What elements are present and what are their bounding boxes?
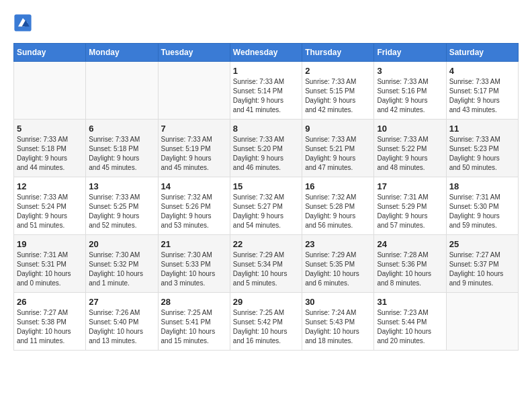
weekday-header-row: SundayMondayTuesdayWednesdayThursdayFrid… [14, 44, 519, 62]
weekday-header: Sunday [14, 44, 86, 62]
day-info: Sunrise: 7:33 AM Sunset: 5:23 PM Dayligh… [449, 135, 515, 173]
day-number: 19 [17, 239, 83, 249]
day-number: 9 [305, 124, 371, 134]
day-number: 30 [305, 297, 371, 307]
day-info: Sunrise: 7:26 AM Sunset: 5:40 PM Dayligh… [89, 308, 154, 346]
calendar-week-row: 12Sunrise: 7:33 AM Sunset: 5:24 PM Dayli… [14, 177, 519, 235]
day-info: Sunrise: 7:23 AM Sunset: 5:44 PM Dayligh… [377, 308, 443, 346]
calendar-cell: 26Sunrise: 7:27 AM Sunset: 5:38 PM Dayli… [14, 293, 86, 351]
day-info: Sunrise: 7:31 AM Sunset: 5:29 PM Dayligh… [377, 193, 443, 230]
day-info: Sunrise: 7:33 AM Sunset: 5:18 PM Dayligh… [17, 135, 83, 173]
day-number: 17 [377, 181, 443, 191]
day-info: Sunrise: 7:32 AM Sunset: 5:27 PM Dayligh… [233, 193, 299, 230]
day-info: Sunrise: 7:32 AM Sunset: 5:26 PM Dayligh… [161, 193, 227, 230]
calendar-cell: 2Sunrise: 7:33 AM Sunset: 5:15 PM Daylig… [302, 62, 374, 120]
day-number: 16 [305, 181, 371, 191]
day-number: 22 [233, 239, 299, 249]
day-number: 7 [161, 124, 227, 134]
day-info: Sunrise: 7:25 AM Sunset: 5:42 PM Dayligh… [233, 308, 299, 346]
calendar-cell: 19Sunrise: 7:31 AM Sunset: 5:31 PM Dayli… [14, 235, 86, 293]
day-info: Sunrise: 7:33 AM Sunset: 5:25 PM Dayligh… [89, 193, 154, 230]
day-info: Sunrise: 7:33 AM Sunset: 5:20 PM Dayligh… [233, 135, 299, 173]
calendar-week-row: 5Sunrise: 7:33 AM Sunset: 5:18 PM Daylig… [14, 120, 519, 177]
calendar-cell: 6Sunrise: 7:33 AM Sunset: 5:18 PM Daylig… [86, 120, 158, 177]
calendar-cell: 20Sunrise: 7:30 AM Sunset: 5:32 PM Dayli… [86, 235, 158, 293]
calendar-cell: 27Sunrise: 7:26 AM Sunset: 5:40 PM Dayli… [86, 293, 158, 351]
day-info: Sunrise: 7:33 AM Sunset: 5:18 PM Dayligh… [89, 135, 154, 173]
calendar-cell: 31Sunrise: 7:23 AM Sunset: 5:44 PM Dayli… [374, 293, 446, 351]
day-number: 26 [17, 297, 83, 307]
weekday-header: Wednesday [230, 44, 302, 62]
day-info: Sunrise: 7:29 AM Sunset: 5:34 PM Dayligh… [233, 250, 299, 288]
day-info: Sunrise: 7:29 AM Sunset: 5:35 PM Dayligh… [305, 250, 371, 288]
day-info: Sunrise: 7:33 AM Sunset: 5:15 PM Dayligh… [305, 77, 371, 115]
day-number: 27 [89, 297, 154, 307]
day-info: Sunrise: 7:27 AM Sunset: 5:37 PM Dayligh… [449, 250, 515, 288]
day-info: Sunrise: 7:32 AM Sunset: 5:28 PM Dayligh… [305, 193, 371, 230]
calendar-cell [14, 62, 86, 120]
day-info: Sunrise: 7:25 AM Sunset: 5:41 PM Dayligh… [161, 308, 227, 346]
calendar-cell: 24Sunrise: 7:28 AM Sunset: 5:36 PM Dayli… [374, 235, 446, 293]
day-info: Sunrise: 7:31 AM Sunset: 5:30 PM Dayligh… [449, 193, 515, 230]
calendar-cell: 5Sunrise: 7:33 AM Sunset: 5:18 PM Daylig… [14, 120, 86, 177]
calendar-table: SundayMondayTuesdayWednesdayThursdayFrid… [13, 43, 519, 351]
calendar-week-row: 1Sunrise: 7:33 AM Sunset: 5:14 PM Daylig… [14, 62, 519, 120]
day-number: 3 [377, 66, 443, 76]
calendar-cell [158, 62, 230, 120]
calendar-cell: 8Sunrise: 7:33 AM Sunset: 5:20 PM Daylig… [230, 120, 302, 177]
logo [13, 13, 35, 32]
calendar-cell [446, 293, 518, 351]
day-info: Sunrise: 7:33 AM Sunset: 5:21 PM Dayligh… [305, 135, 371, 173]
page-header [13, 13, 519, 32]
calendar-cell: 9Sunrise: 7:33 AM Sunset: 5:21 PM Daylig… [302, 120, 374, 177]
calendar-cell: 21Sunrise: 7:30 AM Sunset: 5:33 PM Dayli… [158, 235, 230, 293]
calendar-cell: 15Sunrise: 7:32 AM Sunset: 5:27 PM Dayli… [230, 177, 302, 235]
logo-icon [13, 13, 32, 32]
calendar-cell: 30Sunrise: 7:24 AM Sunset: 5:43 PM Dayli… [302, 293, 374, 351]
day-number: 4 [449, 66, 515, 76]
day-number: 12 [17, 181, 83, 191]
calendar-cell: 11Sunrise: 7:33 AM Sunset: 5:23 PM Dayli… [446, 120, 518, 177]
day-info: Sunrise: 7:24 AM Sunset: 5:43 PM Dayligh… [305, 308, 371, 346]
weekday-header: Monday [86, 44, 158, 62]
day-number: 23 [305, 239, 371, 249]
weekday-header: Saturday [446, 44, 518, 62]
day-number: 1 [233, 66, 299, 76]
calendar-cell: 18Sunrise: 7:31 AM Sunset: 5:30 PM Dayli… [446, 177, 518, 235]
day-number: 11 [449, 124, 515, 134]
day-number: 29 [233, 297, 299, 307]
day-number: 20 [89, 239, 154, 249]
day-info: Sunrise: 7:28 AM Sunset: 5:36 PM Dayligh… [377, 250, 443, 288]
day-number: 13 [89, 181, 154, 191]
day-number: 5 [17, 124, 83, 134]
calendar-cell: 4Sunrise: 7:33 AM Sunset: 5:17 PM Daylig… [446, 62, 518, 120]
calendar-week-row: 26Sunrise: 7:27 AM Sunset: 5:38 PM Dayli… [14, 293, 519, 351]
calendar-cell: 23Sunrise: 7:29 AM Sunset: 5:35 PM Dayli… [302, 235, 374, 293]
calendar-cell: 17Sunrise: 7:31 AM Sunset: 5:29 PM Dayli… [374, 177, 446, 235]
day-number: 18 [449, 181, 515, 191]
calendar-cell: 25Sunrise: 7:27 AM Sunset: 5:37 PM Dayli… [446, 235, 518, 293]
weekday-header: Tuesday [158, 44, 230, 62]
day-number: 8 [233, 124, 299, 134]
day-number: 25 [449, 239, 515, 249]
calendar-week-row: 19Sunrise: 7:31 AM Sunset: 5:31 PM Dayli… [14, 235, 519, 293]
calendar-cell: 10Sunrise: 7:33 AM Sunset: 5:22 PM Dayli… [374, 120, 446, 177]
day-number: 21 [161, 239, 227, 249]
day-info: Sunrise: 7:33 AM Sunset: 5:22 PM Dayligh… [377, 135, 443, 173]
day-info: Sunrise: 7:33 AM Sunset: 5:14 PM Dayligh… [233, 77, 299, 115]
day-info: Sunrise: 7:33 AM Sunset: 5:19 PM Dayligh… [161, 135, 227, 173]
calendar-cell: 12Sunrise: 7:33 AM Sunset: 5:24 PM Dayli… [14, 177, 86, 235]
calendar-cell: 1Sunrise: 7:33 AM Sunset: 5:14 PM Daylig… [230, 62, 302, 120]
calendar-cell [86, 62, 158, 120]
day-info: Sunrise: 7:31 AM Sunset: 5:31 PM Dayligh… [17, 250, 83, 288]
day-number: 31 [377, 297, 443, 307]
weekday-header: Friday [374, 44, 446, 62]
day-number: 14 [161, 181, 227, 191]
day-number: 6 [89, 124, 154, 134]
day-info: Sunrise: 7:33 AM Sunset: 5:16 PM Dayligh… [377, 77, 443, 115]
day-number: 24 [377, 239, 443, 249]
calendar-cell: 16Sunrise: 7:32 AM Sunset: 5:28 PM Dayli… [302, 177, 374, 235]
day-info: Sunrise: 7:30 AM Sunset: 5:32 PM Dayligh… [89, 250, 154, 288]
calendar-cell: 7Sunrise: 7:33 AM Sunset: 5:19 PM Daylig… [158, 120, 230, 177]
day-number: 15 [233, 181, 299, 191]
